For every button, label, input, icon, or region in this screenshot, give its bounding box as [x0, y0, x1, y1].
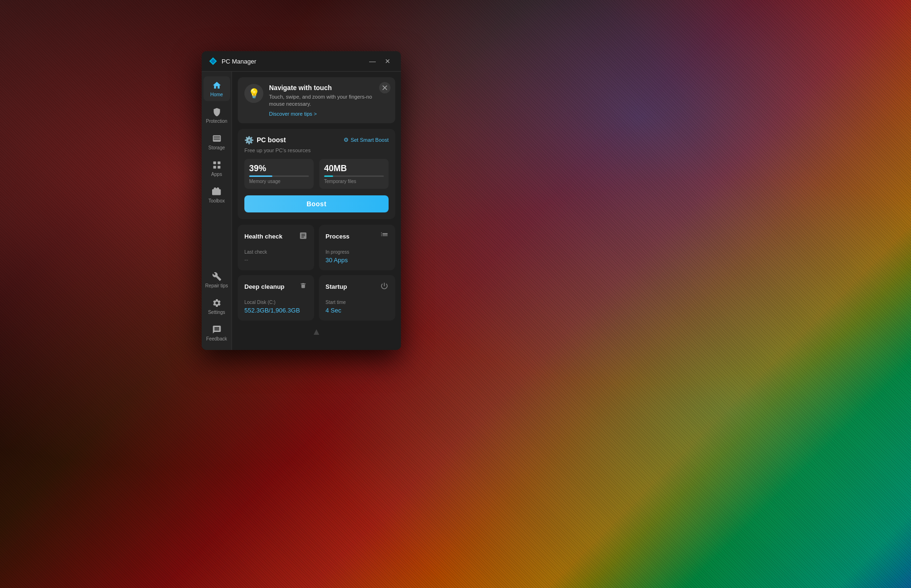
memory-stat: 39% Memory usage [244, 159, 314, 189]
deep-cleanup-title: Deep cleanup [244, 283, 285, 290]
memory-bar [249, 175, 309, 177]
feedback-icon [212, 324, 222, 335]
sidebar-settings-label: Settings [208, 310, 225, 315]
apps-icon [212, 160, 222, 170]
temp-label: Temporary files [324, 179, 384, 184]
process-status-label: In progress [325, 249, 389, 255]
health-check-last-label: Last check [244, 249, 307, 255]
temp-value: 40MB [324, 164, 384, 174]
sidebar-item-storage[interactable]: Storage [204, 129, 230, 154]
bottom-decoration: ▲ [232, 326, 401, 343]
startup-header: Startup [325, 282, 389, 292]
memory-value: 39% [249, 164, 309, 174]
sidebar-feedback-label: Feedback [206, 336, 227, 341]
temp-bar-fill [324, 175, 333, 177]
banner-icon: 💡 [244, 84, 263, 103]
sidebar-item-repair-tips[interactable]: Repair tips [204, 267, 230, 292]
sidebar-home-label: Home [210, 92, 223, 97]
banner-title: Navigate with touch [269, 84, 389, 92]
sidebar-item-toolbox[interactable]: Toolbox [204, 183, 230, 207]
process-card[interactable]: Process In progress 30 Apps [319, 225, 395, 270]
content-panel: 💡 Navigate with touch Touch, swipe, and … [232, 72, 401, 350]
sidebar-item-apps[interactable]: Apps [204, 156, 230, 181]
title-bar: PC Manager — ✕ [202, 51, 401, 72]
title-bar-left: PC Manager [208, 56, 256, 66]
health-check-card[interactable]: Health check Last check -- [238, 225, 314, 270]
banner-content: Navigate with touch Touch, swipe, and zo… [269, 84, 389, 117]
deep-cleanup-disk-value: 552.3GB/1,906.3GB [244, 307, 307, 314]
startup-title: Startup [325, 283, 347, 290]
boost-subtitle: Free up your PC's resources [244, 147, 389, 153]
startup-card[interactable]: Startup Start time 4 Sec [319, 275, 395, 321]
app-window: PC Manager — ✕ Home [202, 51, 401, 350]
temp-files-stat: 40MB Temporary files [319, 159, 389, 189]
bottom-chevron-icon: ▲ [312, 326, 321, 337]
deep-cleanup-card[interactable]: Deep cleanup Local Disk (C:) 552.3GB/1,9… [238, 275, 314, 321]
svg-rect-1 [217, 162, 220, 165]
settings-icon [212, 298, 222, 308]
health-check-icon [299, 231, 307, 242]
sidebar-protection-label: Protection [206, 119, 227, 124]
boost-title: PC boost [257, 136, 286, 144]
bulb-icon: 💡 [248, 88, 260, 99]
smart-boost-icon: ⚙ [344, 137, 349, 143]
deep-cleanup-header: Deep cleanup [244, 282, 307, 292]
banner-close-button[interactable] [379, 82, 390, 93]
process-header: Process [325, 231, 389, 242]
main-content: Home Protection Stora [202, 72, 401, 350]
sidebar-storage-label: Storage [208, 145, 225, 150]
pc-boost-section: ⚙️ PC boost ⚙ Set Smart Boost Free up yo… [238, 129, 395, 219]
boost-title-row: ⚙️ PC boost [244, 136, 286, 145]
health-check-header: Health check [244, 231, 307, 242]
sidebar-item-home[interactable]: Home [204, 76, 230, 101]
comic-texture [0, 0, 911, 588]
process-icon [380, 231, 389, 242]
close-button[interactable]: ✕ [381, 56, 394, 66]
sidebar: Home Protection Stora [202, 72, 232, 350]
boost-stats: 39% Memory usage 40MB Temporary files [244, 159, 389, 189]
title-controls: — ✕ [366, 56, 394, 66]
smart-boost-label: Set Smart Boost [351, 137, 389, 143]
temp-bar [324, 175, 384, 177]
sidebar-item-settings[interactable]: Settings [204, 294, 230, 319]
deep-cleanup-disk-label: Local Disk (C:) [244, 300, 307, 305]
startup-time-value: 4 Sec [325, 307, 389, 314]
boost-button[interactable]: Boost [244, 195, 389, 212]
svg-rect-2 [213, 166, 216, 169]
minimize-button[interactable]: — [366, 56, 379, 66]
startup-icon [380, 282, 389, 292]
touch-banner: 💡 Navigate with touch Touch, swipe, and … [238, 77, 395, 123]
sidebar-apps-label: Apps [211, 172, 222, 177]
sidebar-toolbox-label: Toolbox [208, 198, 224, 203]
home-icon [212, 80, 222, 91]
boost-star-icon: ⚙️ [244, 136, 254, 145]
protection-icon [212, 107, 222, 117]
sidebar-item-protection[interactable]: Protection [204, 103, 230, 128]
app-logo-icon [208, 56, 218, 66]
process-title: Process [325, 233, 350, 240]
app-title: PC Manager [222, 58, 256, 65]
toolbox-icon [212, 186, 222, 197]
banner-description: Touch, swipe, and zoom with your fingers… [269, 93, 389, 108]
sidebar-item-feedback[interactable]: Feedback [204, 321, 230, 345]
svg-rect-0 [213, 162, 216, 165]
memory-label: Memory usage [249, 179, 309, 184]
smart-boost-link[interactable]: ⚙ Set Smart Boost [344, 137, 389, 143]
process-apps-value: 30 Apps [325, 257, 389, 264]
svg-rect-3 [217, 166, 220, 169]
banner-link[interactable]: Discover more tips > [269, 111, 389, 117]
deep-cleanup-icon [299, 282, 307, 292]
health-check-last-value: -- [244, 257, 307, 263]
storage-icon [212, 133, 222, 144]
cards-grid: Health check Last check -- Process [238, 225, 395, 321]
repair-tips-icon [212, 271, 222, 282]
memory-bar-fill [249, 175, 272, 177]
startup-time-label: Start time [325, 300, 389, 305]
boost-header: ⚙️ PC boost ⚙ Set Smart Boost [244, 136, 389, 145]
sidebar-repair-label: Repair tips [205, 283, 228, 288]
health-check-title: Health check [244, 233, 282, 240]
